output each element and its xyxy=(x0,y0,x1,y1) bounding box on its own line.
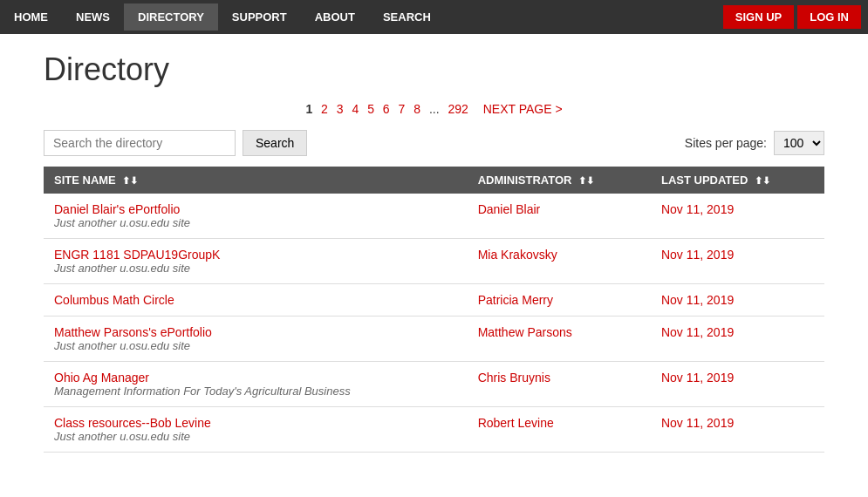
date-link[interactable]: Nov 11, 2019 xyxy=(661,416,734,430)
sort-last-updated-icon: ⬆⬇ xyxy=(755,175,770,186)
col-last-updated: LAST UPDATED ⬆⬇ xyxy=(651,167,824,194)
cell-last-updated: Nov 11, 2019 xyxy=(651,239,824,284)
date-link[interactable]: Nov 11, 2019 xyxy=(661,325,734,339)
cell-administrator: Mia Krakovsky xyxy=(468,239,651,284)
table-row: ENGR 1181 SDPAU19GroupKJust another u.os… xyxy=(44,239,824,284)
search-button[interactable]: Search xyxy=(243,130,307,156)
page-content: Directory 1 2 3 4 5 6 7 8 ... 292 NEXT P… xyxy=(0,34,868,470)
site-name-link[interactable]: Columbus Math Circle xyxy=(54,293,174,307)
cell-administrator: Matthew Parsons xyxy=(468,317,651,362)
cell-site-name: ENGR 1181 SDPAU19GroupKJust another u.os… xyxy=(44,239,468,284)
pagination: 1 2 3 4 5 6 7 8 ... 292 NEXT PAGE > xyxy=(44,102,824,116)
site-subtitle: Just another u.osu.edu site xyxy=(54,262,457,275)
cell-last-updated: Nov 11, 2019 xyxy=(651,362,824,407)
date-link[interactable]: Nov 11, 2019 xyxy=(661,371,734,385)
col-administrator: ADMINISTRATOR ⬆⬇ xyxy=(468,167,651,194)
admin-link[interactable]: Mia Krakovsky xyxy=(478,248,557,262)
date-link[interactable]: Nov 11, 2019 xyxy=(661,202,734,216)
table-row: Matthew Parsons's ePortfolioJust another… xyxy=(44,317,824,362)
nav-links: HOME NEWS DIRECTORY SUPPORT ABOUT SEARCH xyxy=(0,3,716,31)
pagination-page-7[interactable]: 7 xyxy=(399,102,406,116)
pagination-next[interactable]: NEXT PAGE > xyxy=(483,102,563,116)
site-name-link[interactable]: Daniel Blair's ePortfolio xyxy=(54,202,180,216)
sign-up-button[interactable]: SIGN UP xyxy=(723,5,794,29)
sort-administrator-icon: ⬆⬇ xyxy=(578,175,594,186)
sort-last-updated[interactable]: LAST UPDATED ⬆⬇ xyxy=(661,174,770,187)
per-page-select[interactable]: 10 25 50 100 xyxy=(774,131,824,155)
cell-last-updated: Nov 11, 2019 xyxy=(651,284,824,317)
site-name-link[interactable]: Matthew Parsons's ePortfolio xyxy=(54,325,212,339)
col-site-name: SITE NAME ⬆⬇ xyxy=(44,167,468,194)
sort-administrator[interactable]: ADMINISTRATOR ⬆⬇ xyxy=(478,174,594,187)
cell-site-name: Ohio Ag ManagerManagement Information Fo… xyxy=(44,362,468,407)
pagination-last[interactable]: 292 xyxy=(448,102,468,116)
site-subtitle: Just another u.osu.edu site xyxy=(54,216,457,229)
admin-link[interactable]: Matthew Parsons xyxy=(478,325,572,339)
date-link[interactable]: Nov 11, 2019 xyxy=(661,248,734,262)
table-row: Daniel Blair's ePortfolioJust another u.… xyxy=(44,194,824,239)
admin-link[interactable]: Daniel Blair xyxy=(478,202,541,216)
cell-site-name: Daniel Blair's ePortfolioJust another u.… xyxy=(44,194,468,239)
nav-search[interactable]: SEARCH xyxy=(369,3,445,31)
search-left: Search xyxy=(44,130,307,156)
cell-administrator: Chris Bruynis xyxy=(468,362,651,407)
nav-support[interactable]: SUPPORT xyxy=(218,3,301,31)
site-subtitle: Management Information For Today's Agric… xyxy=(54,385,457,398)
pagination-ellipsis: ... xyxy=(429,102,440,116)
cell-administrator: Daniel Blair xyxy=(468,194,651,239)
page-title: Directory xyxy=(44,51,824,88)
directory-table: SITE NAME ⬆⬇ ADMINISTRATOR ⬆⬇ LAST UPDAT… xyxy=(44,167,824,453)
date-link[interactable]: Nov 11, 2019 xyxy=(661,293,734,307)
pagination-page-3[interactable]: 3 xyxy=(337,102,344,116)
nav-about[interactable]: ABOUT xyxy=(301,3,369,31)
cell-administrator: Robert Levine xyxy=(468,407,651,453)
cell-administrator: Patricia Merry xyxy=(468,284,651,317)
log-in-button[interactable]: LOG IN xyxy=(797,5,861,29)
pagination-page-8[interactable]: 8 xyxy=(413,102,420,116)
pagination-page-4[interactable]: 4 xyxy=(352,102,359,116)
sort-site-name[interactable]: SITE NAME ⬆⬇ xyxy=(54,174,138,187)
sort-site-name-icon: ⬆⬇ xyxy=(122,175,138,186)
cell-last-updated: Nov 11, 2019 xyxy=(651,194,824,239)
cell-site-name: Class resources--Bob LevineJust another … xyxy=(44,407,468,453)
nav-home[interactable]: HOME xyxy=(0,3,62,31)
table-row: Class resources--Bob LevineJust another … xyxy=(44,407,824,453)
admin-link[interactable]: Chris Bruynis xyxy=(478,371,550,385)
pagination-current: 1 xyxy=(305,102,312,116)
cell-last-updated: Nov 11, 2019 xyxy=(651,317,824,362)
admin-link[interactable]: Robert Levine xyxy=(478,416,554,430)
table-body: Daniel Blair's ePortfolioJust another u.… xyxy=(44,194,824,453)
admin-link[interactable]: Patricia Merry xyxy=(478,293,553,307)
table-row: Ohio Ag ManagerManagement Information Fo… xyxy=(44,362,824,407)
site-name-link[interactable]: ENGR 1181 SDPAU19GroupK xyxy=(54,248,220,262)
per-page-container: Sites per page: 10 25 50 100 xyxy=(685,131,824,155)
nav-actions: SIGN UP LOG IN xyxy=(716,0,868,34)
site-name-link[interactable]: Ohio Ag Manager xyxy=(54,371,149,385)
pagination-page-5[interactable]: 5 xyxy=(367,102,374,116)
main-nav: HOME NEWS DIRECTORY SUPPORT ABOUT SEARCH… xyxy=(0,0,868,34)
nav-news[interactable]: NEWS xyxy=(62,3,124,31)
cell-site-name: Matthew Parsons's ePortfolioJust another… xyxy=(44,317,468,362)
cell-site-name: Columbus Math Circle xyxy=(44,284,468,317)
table-head: SITE NAME ⬆⬇ ADMINISTRATOR ⬆⬇ LAST UPDAT… xyxy=(44,167,824,194)
site-subtitle: Just another u.osu.edu site xyxy=(54,339,457,352)
nav-directory[interactable]: DIRECTORY xyxy=(124,3,218,31)
search-row: Search Sites per page: 10 25 50 100 xyxy=(44,130,824,156)
cell-last-updated: Nov 11, 2019 xyxy=(651,407,824,453)
pagination-page-6[interactable]: 6 xyxy=(383,102,390,116)
site-subtitle: Just another u.osu.edu site xyxy=(54,430,457,443)
site-name-link[interactable]: Class resources--Bob Levine xyxy=(54,416,211,430)
per-page-label: Sites per page: xyxy=(685,136,767,150)
pagination-page-2[interactable]: 2 xyxy=(321,102,328,116)
search-input[interactable] xyxy=(44,130,236,156)
table-row: Columbus Math CirclePatricia MerryNov 11… xyxy=(44,284,824,317)
